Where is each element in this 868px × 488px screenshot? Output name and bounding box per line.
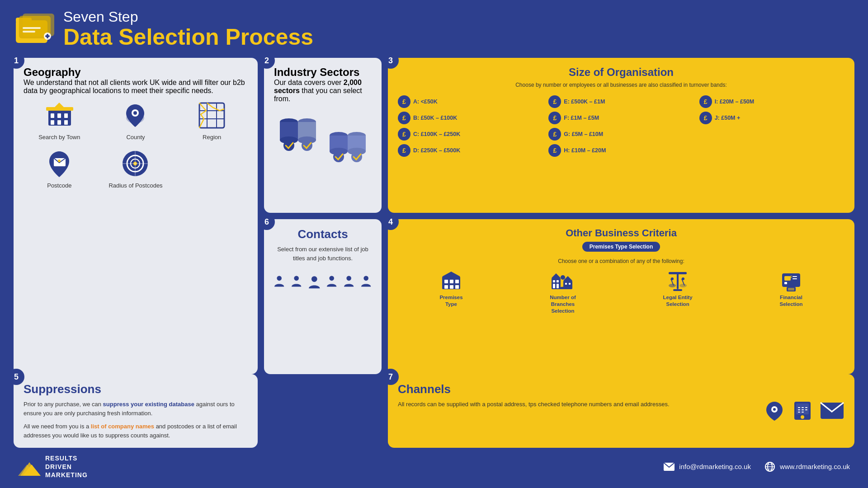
- criteria-subtitle: Choose one or a combination of any of th…: [398, 258, 844, 264]
- header-subtitle: Seven Step: [63, 9, 313, 25]
- svg-point-49: [330, 276, 335, 281]
- main-container: Seven Step Data Selection Process 1 Geog…: [0, 0, 868, 488]
- band-g-label: G: £5M – £10M: [564, 131, 603, 137]
- svg-rect-63: [553, 284, 555, 288]
- footer: RESULTS DRIVEN MARKETING info@rdmarketin…: [14, 454, 854, 479]
- geo-search-by-town: Search by Town: [24, 99, 95, 141]
- geo-region: Region: [176, 99, 248, 141]
- location-channel-icon: [764, 400, 785, 422]
- svg-rect-72: [669, 272, 687, 274]
- geo-postcode: Postcode: [24, 148, 95, 189]
- step1-description: We understand that not all clients work …: [24, 79, 248, 95]
- svg-rect-95: [805, 409, 807, 410]
- spacer: [264, 374, 382, 448]
- band-a: £ A: <£50K: [398, 95, 543, 108]
- criteria-premises-label: PremisesType: [439, 294, 462, 308]
- step6-badge: 6: [259, 214, 275, 230]
- svg-rect-85: [788, 288, 794, 291]
- step3-title: Size of Organisation: [398, 66, 844, 79]
- svg-rect-11: [57, 113, 61, 118]
- step6-title: Contacts: [274, 227, 372, 241]
- region-icon: [196, 99, 228, 131]
- svg-rect-55: [455, 280, 459, 283]
- svg-rect-77: [673, 289, 682, 291]
- channels-content: All records can be supplied with a posta…: [398, 400, 844, 422]
- region-label: Region: [203, 134, 221, 141]
- empty-cell: [699, 128, 844, 141]
- footer-logo-icon: [18, 458, 41, 476]
- header-title: Data Selection Process: [63, 25, 313, 50]
- svg-rect-82: [784, 282, 787, 284]
- band-j: £ J: £50M +: [699, 112, 844, 124]
- svg-point-48: [311, 277, 317, 282]
- svg-text:£: £: [790, 275, 793, 279]
- step1-title: Geography: [24, 66, 248, 79]
- svg-rect-92: [805, 407, 807, 408]
- svg-point-47: [294, 276, 299, 281]
- premises-badge: Premises Type Selection: [582, 242, 660, 252]
- county-label: County: [126, 134, 145, 141]
- svg-rect-14: [57, 120, 61, 125]
- criteria-panel: 4 Other Business Criteria Premises Type …: [388, 219, 854, 374]
- band-j-label: J: £50M +: [715, 115, 741, 121]
- band-b: £ B: £50K – £100K: [398, 112, 543, 124]
- footer-contact: info@rdmarketing.co.uk www.rdmarketing.c…: [664, 461, 850, 472]
- svg-rect-90: [798, 407, 800, 408]
- bottom-panels: 5 Suppressions Prior to any purchase, we…: [14, 374, 854, 448]
- geo-radius: Radius of Postcodes: [100, 148, 172, 189]
- step6-description: Select from our extensive list of job ti…: [274, 245, 372, 263]
- suppressions-panel: 5 Suppressions Prior to any purchase, we…: [14, 374, 258, 448]
- svg-point-87: [773, 408, 776, 411]
- svg-rect-10: [51, 113, 54, 118]
- step5-para2: All we need from you is a list of compan…: [24, 422, 248, 440]
- step5-para1: Prior to any purchase, we can suppress y…: [24, 400, 248, 418]
- criteria-legal-label: Legal EntitySelection: [663, 294, 693, 308]
- band-d-label: D: £250K – £500K: [413, 147, 460, 154]
- step1-badge: 1: [8, 52, 24, 69]
- step4-title: Other Business Criteria: [398, 227, 844, 239]
- step2-description: Our data covers over 2,000 sectors that …: [274, 79, 372, 103]
- band-h: £ H: £10M – £20M: [548, 144, 693, 157]
- svg-rect-16: [46, 107, 73, 111]
- channels-panel: 7 Channels All records can be supplied w…: [388, 374, 854, 448]
- database-icons: [274, 109, 372, 168]
- svg-rect-89: [796, 404, 809, 414]
- band-c-label: C: £100K – £250K: [413, 131, 460, 137]
- band-e: £ E: £500K – £1M: [548, 95, 693, 108]
- svg-rect-12: [64, 113, 68, 118]
- criteria-financial: £ FinancialSelection: [779, 270, 802, 308]
- step5-highlight1: suppress your existing database: [103, 401, 194, 408]
- step2-badge: 2: [259, 52, 275, 69]
- step3-subtitle: Choose by number or employees or all bus…: [398, 81, 844, 89]
- footer-logo-text: RESULTS DRIVEN MARKETING: [45, 454, 88, 479]
- svg-marker-59: [442, 272, 460, 277]
- svg-rect-8: [45, 35, 50, 37]
- svg-rect-71: [677, 272, 679, 289]
- svg-point-70: [561, 275, 565, 280]
- geo-county: County: [100, 99, 172, 141]
- svg-marker-17: [55, 103, 64, 107]
- postcode-label: Postcode: [47, 182, 71, 189]
- header: Seven Step Data Selection Process: [14, 9, 854, 50]
- criteria-branches-label: Number ofBranchesSelection: [550, 294, 576, 314]
- svg-rect-13: [51, 120, 54, 125]
- svg-rect-54: [450, 280, 453, 283]
- band-f-label: F: £1M – £5M: [564, 115, 599, 121]
- main-panels: 1 Geography We understand that not all c…: [14, 58, 854, 374]
- svg-rect-96: [798, 412, 800, 413]
- county-icon: [120, 99, 151, 131]
- header-text: Seven Step Data Selection Process: [63, 9, 313, 50]
- band-d: £ D: £250K – £500K: [398, 144, 543, 157]
- phone-channel-icon: [792, 400, 813, 422]
- step2-title: Industry Sectors: [274, 66, 372, 79]
- size-grid: £ A: <£50K £ E: £500K – £1M £ I: £20M – …: [398, 95, 844, 157]
- svg-point-20: [133, 111, 137, 115]
- svg-rect-80: [793, 276, 797, 277]
- step7-description: All records can be supplied with a posta…: [398, 400, 755, 409]
- criteria-legal: Legal EntitySelection: [663, 270, 693, 308]
- svg-rect-81: [793, 278, 797, 279]
- industry-panel: 2 Industry Sectors Our data covers over …: [264, 58, 382, 213]
- band-a-label: A: <£50K: [413, 99, 438, 105]
- svg-point-98: [801, 415, 804, 419]
- svg-rect-94: [802, 409, 804, 410]
